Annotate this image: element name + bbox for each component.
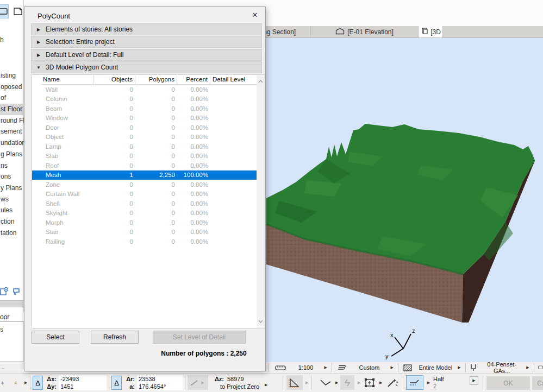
table-row[interactable]: Beam000.00% (32, 104, 257, 113)
table-row[interactable]: Slab000.00% (32, 151, 257, 161)
table-row[interactable]: Stair000.00% (32, 227, 257, 237)
chevron-right-icon[interactable]: ▶ (378, 381, 384, 385)
table-row[interactable]: Mesh12,250100.00% (32, 170, 257, 180)
view-list-item[interactable]: oor (0, 312, 24, 322)
chevron-right-icon[interactable]: ▶ (456, 365, 462, 370)
table-row[interactable]: Column000.00% (32, 94, 257, 104)
column-header[interactable]: Name (41, 75, 93, 84)
sidebar-tree-item[interactable]: round Floo (0, 115, 24, 127)
elevation-reference-button[interactable]: ▶ (188, 375, 208, 390)
chevron-right-icon[interactable]: ▶ (426, 381, 432, 385)
section-header[interactable]: ▶Default Level of Detail: Full (31, 49, 262, 61)
chevron-right-icon[interactable]: ▶ (334, 381, 340, 385)
scale-quick-option[interactable]: 1:100 ▶ (272, 362, 329, 373)
table-cell: Beam (32, 105, 94, 112)
table-row[interactable]: Object000.00% (32, 132, 257, 142)
trim-elements-button[interactable] (406, 375, 423, 390)
close-icon[interactable]: ✕ (249, 10, 261, 21)
triangle-collapsed-icon[interactable]: ▶ (32, 27, 46, 32)
refresh-button[interactable]: Refresh (91, 331, 139, 344)
scroll-up-icon[interactable] (257, 77, 265, 86)
magic-wand-button[interactable] (384, 375, 400, 390)
snap-guides-button[interactable] (318, 375, 333, 390)
table-row[interactable]: Morph000.00% (32, 218, 257, 227)
table-cell: Wall (32, 86, 94, 93)
layers-quick-option[interactable]: Custom ▶ (334, 362, 395, 373)
section-header[interactable]: ▶Selection: Entire project (31, 36, 262, 48)
table-row[interactable]: Wall000.00% (32, 85, 257, 94)
table-cell: Mesh (32, 172, 94, 178)
polygon-total-summary: Number of polygons : 2,250 (109, 350, 299, 357)
angle-snap-icon (320, 378, 332, 388)
column-header[interactable]: Polygons (135, 75, 177, 84)
sidebar-tree-item[interactable]: undations (0, 137, 24, 149)
sidebar-tree-item[interactable]: of (0, 92, 24, 104)
table-row[interactable]: Roof000.00% (32, 161, 257, 170)
pan-icon[interactable]: + (14, 380, 17, 386)
sidebar-tree-item[interactable]: ns (0, 160, 24, 172)
monitor-icon[interactable] (538, 364, 543, 371)
sidebar-tree-item[interactable]: ction (0, 216, 24, 227)
view-tab[interactable]: [3D (419, 26, 443, 37)
table-row[interactable]: Lamp000.00% (32, 142, 257, 151)
chevron-right-icon[interactable]: ▶ (263, 383, 269, 387)
section-header[interactable]: ▼3D Model Polygon Count (31, 61, 262, 73)
sidebar-tree-item[interactable]: y Plans (0, 182, 24, 194)
sidebar-tree-item[interactable]: oposed (0, 81, 24, 93)
table-row[interactable]: Railing000.00% (32, 237, 257, 246)
partial-structure-quick-option[interactable]: Entire Model ▶ (401, 362, 462, 373)
sidebar-tree-item[interactable]: isting (0, 70, 24, 81)
column-header[interactable]: Detail Level (210, 75, 257, 84)
table-row[interactable]: Shell000.00% (32, 199, 257, 208)
view-list-item[interactable]: s (0, 325, 24, 334)
add-view-icon[interactable] (0, 287, 9, 298)
sidebar-tree-item[interactable]: ules (0, 205, 24, 216)
cancel-button[interactable]: Can (532, 376, 543, 390)
table-row[interactable]: Curtain Wall000.00% (32, 189, 257, 199)
sidebar-tree-item[interactable]: ws (0, 194, 24, 205)
pen-set-quick-option[interactable]: 04-Penset-GAs... ▶ (468, 362, 530, 373)
table-row[interactable]: Window000.00% (32, 113, 257, 123)
table-row[interactable]: Zone000.00% (32, 180, 257, 189)
triangle-collapsed-icon[interactable]: ▶ (32, 40, 46, 45)
column-header[interactable]: Percent (177, 75, 210, 84)
column-header[interactable]: Objects (93, 75, 135, 84)
table-cell: 2,250 (135, 172, 177, 178)
select-button[interactable]: Select (32, 331, 79, 344)
vertical-scrollbar[interactable] (257, 75, 265, 328)
panel-splitter[interactable] (0, 300, 24, 307)
scroll-down-icon[interactable] (257, 317, 265, 326)
ok-button[interactable]: OK (486, 376, 530, 390)
view-tab[interactable]: [E-01 Elevation] (311, 26, 419, 37)
snap-points-button-disabled (340, 375, 354, 390)
sidebar-tree-item[interactable]: ons (0, 171, 24, 182)
chevron-right-icon[interactable]: ▶ (23, 381, 29, 385)
dx-dy-input[interactable]: -234931451 (59, 375, 107, 390)
transform-button[interactable] (362, 375, 377, 390)
sidebar-tree-item[interactable]: sement (0, 126, 24, 137)
table-row[interactable]: Door000.00% (32, 123, 257, 132)
table-row[interactable]: Skylight000.00% (32, 208, 257, 218)
expand-options-button[interactable]: ▶ (470, 376, 478, 385)
layout-tool-icon[interactable] (0, 4, 9, 18)
sidebar-tree-item[interactable]: st Floor (0, 104, 24, 115)
set-level-of-detail-button: Set Level of Detail (153, 331, 246, 344)
chevron-right-icon[interactable]: ▶ (389, 365, 395, 370)
chevron-right-icon[interactable]: ▶ (323, 365, 329, 370)
table-cell: 0 (94, 134, 135, 140)
section-header[interactable]: ▶Elements of stories: All stories (31, 23, 262, 35)
publish-flag-icon[interactable] (12, 287, 21, 298)
tab-label: [3D (430, 28, 441, 36)
guide-lines-button[interactable] (286, 375, 303, 390)
quick-options-bar: 1:100 ▶ Custom ▶ Entire Model ▶ 04-Pense… (266, 362, 543, 373)
dr-a-input[interactable]: 23538176.4654° (137, 375, 183, 390)
pan-left-fragment-icon[interactable]: + (1, 380, 4, 386)
chevron-right-icon[interactable]: ▶ (525, 365, 530, 370)
worksheet-tool-icon[interactable] (12, 4, 24, 18)
polygon-count-list: NameObjectsPolygonsPercentDetail Level W… (32, 74, 265, 328)
triangle-collapsed-icon[interactable]: ▶ (32, 53, 46, 58)
sidebar-tree-item[interactable]: tation (0, 227, 24, 239)
sidebar-tree-item[interactable]: g Plans (0, 149, 24, 160)
table-cell: 0 (94, 210, 135, 216)
triangle-expanded-icon[interactable]: ▼ (32, 65, 46, 70)
